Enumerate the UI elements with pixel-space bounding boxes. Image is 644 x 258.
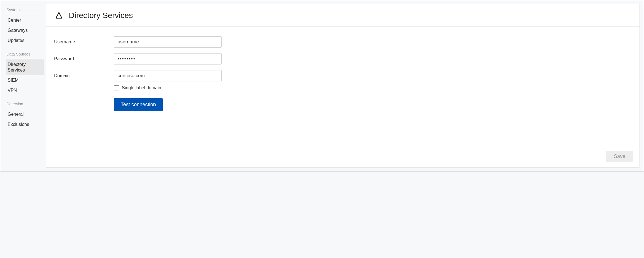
save-wrap: Save: [606, 151, 633, 162]
row-password: Password: [54, 53, 632, 64]
nav-group-detection: Detection General Exclusions: [6, 101, 44, 130]
domain-input[interactable]: [114, 70, 222, 81]
nav-group-header-data-sources: Data Sources: [6, 51, 44, 58]
nav-center[interactable]: Center: [6, 15, 44, 25]
nav-updates[interactable]: Updates: [6, 35, 44, 46]
nav-directory-services[interactable]: Directory Services: [6, 59, 44, 75]
label-password: Password: [54, 56, 114, 61]
save-button[interactable]: Save: [606, 151, 633, 162]
sidebar: System Center Gateways Updates Data Sour…: [3, 4, 44, 168]
page-title: Directory Services: [69, 11, 133, 20]
label-domain: Domain: [54, 73, 114, 78]
single-label-domain-checkbox[interactable]: [114, 85, 119, 90]
nav-vpn[interactable]: VPN: [6, 85, 44, 95]
row-single-label-domain: Single label domain: [114, 85, 632, 90]
username-input[interactable]: [114, 36, 222, 48]
label-username: Username: [54, 39, 114, 45]
warning-triangle-icon: [54, 11, 64, 20]
nav-group-system: System Center Gateways Updates: [6, 6, 44, 46]
row-domain: Domain: [54, 70, 632, 81]
nav-group-header-detection: Detection: [6, 101, 44, 108]
nav-exclusions[interactable]: Exclusions: [6, 119, 44, 130]
nav-group-header-system: System: [6, 6, 44, 14]
test-connection-button[interactable]: Test connection: [114, 98, 163, 111]
app-root: System Center Gateways Updates Data Sour…: [0, 0, 644, 172]
single-label-domain-label[interactable]: Single label domain: [122, 85, 161, 90]
nav-general[interactable]: General: [6, 109, 44, 119]
nav-gateways[interactable]: Gateways: [6, 25, 44, 35]
row-test-connection: Test connection: [114, 98, 632, 111]
nav-group-data-sources: Data Sources Directory Services SIEM VPN: [6, 51, 44, 95]
form-area: Username Password Domain Single lab: [46, 27, 639, 117]
panel-header: Directory Services: [46, 4, 639, 27]
password-input[interactable]: [114, 53, 222, 64]
main-panel: Directory Services Username Password Dom…: [46, 4, 640, 168]
nav-siem[interactable]: SIEM: [6, 75, 44, 85]
row-username: Username: [54, 36, 632, 48]
